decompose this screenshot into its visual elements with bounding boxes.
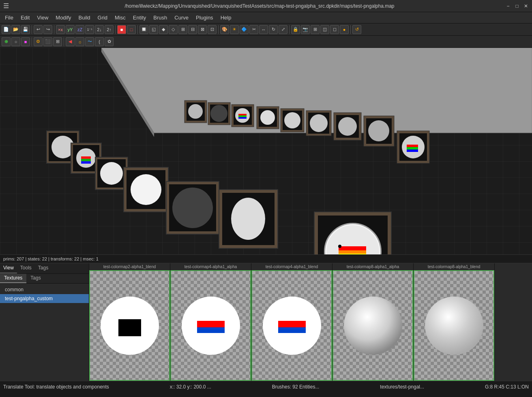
texture-area: test-colormap2-alpha1_blend test-colorma… bbox=[89, 263, 532, 381]
tab-view[interactable]: View bbox=[0, 263, 17, 273]
grid-inc-button[interactable]: 2↑ bbox=[105, 25, 114, 34]
texture-preview-1[interactable] bbox=[89, 270, 170, 381]
quad-button[interactable]: ◫ bbox=[320, 25, 329, 34]
menu-brush[interactable]: Brush bbox=[150, 13, 170, 22]
menu-curve[interactable]: Curve bbox=[171, 13, 192, 22]
texture-svg-4 bbox=[341, 293, 405, 358]
view3d-button[interactable]: ◻ bbox=[330, 25, 339, 34]
move-left-button[interactable]: ◀ bbox=[66, 37, 75, 46]
menu-misc[interactable]: Misc bbox=[112, 13, 129, 22]
texture-cell-5[interactable]: test-colormap8-alpha1_blend bbox=[414, 263, 495, 381]
light-button[interactable]: ☀ bbox=[230, 25, 239, 34]
menu-file[interactable]: File bbox=[2, 13, 17, 22]
svg-point-67 bbox=[368, 120, 389, 141]
entity-button[interactable]: 🔷 bbox=[240, 25, 249, 34]
svg-rect-73 bbox=[407, 149, 418, 152]
menu-plugins[interactable]: Plugins bbox=[193, 13, 217, 22]
select-button[interactable]: ■ bbox=[117, 25, 126, 34]
menu-build[interactable]: Build bbox=[75, 13, 94, 22]
tree-item-common[interactable]: common bbox=[0, 285, 89, 294]
texture-svg-1 bbox=[97, 293, 162, 358]
textures-button[interactable]: 🎨 bbox=[220, 25, 229, 34]
viewport-3d[interactable] bbox=[0, 48, 532, 254]
move-right-button[interactable]: ☼ bbox=[75, 37, 84, 46]
svg-rect-78 bbox=[197, 327, 225, 333]
xlock-button[interactable]: ×x bbox=[56, 25, 65, 34]
intersect-button[interactable]: ⊠ bbox=[198, 25, 207, 34]
minimize-button[interactable]: − bbox=[505, 3, 511, 9]
subtab-textures[interactable]: Textures bbox=[0, 274, 26, 283]
menu-modify[interactable]: Modify bbox=[52, 13, 74, 22]
svg-point-82 bbox=[344, 297, 402, 355]
save-button[interactable]: 💾 bbox=[21, 25, 30, 34]
patch-button[interactable]: ⚙ bbox=[34, 37, 43, 46]
rotate-button[interactable]: ↻ bbox=[269, 25, 278, 34]
texture-label-5: test-colormap8-alpha1_blend bbox=[414, 263, 494, 270]
merge-button[interactable]: ⊡ bbox=[208, 25, 217, 34]
menu-view[interactable]: View bbox=[34, 13, 51, 22]
menu-help[interactable]: Help bbox=[217, 13, 235, 22]
tab-tags[interactable]: Tags bbox=[35, 263, 51, 273]
svg-rect-51 bbox=[238, 115, 247, 117]
texture-cell-3[interactable]: test-colormap4-alpha1_blend bbox=[251, 263, 332, 381]
circle-button[interactable]: ○ bbox=[11, 37, 20, 46]
texture-preview-5[interactable] bbox=[414, 270, 494, 381]
svg-point-29 bbox=[231, 198, 265, 240]
tab-tools[interactable]: Tools bbox=[17, 263, 35, 273]
texture-cell-1[interactable]: test-colormap2-alpha1_blend bbox=[89, 263, 170, 381]
lock-button[interactable]: 🔒 bbox=[291, 25, 300, 34]
maximize-button[interactable]: □ bbox=[514, 3, 520, 9]
texture-preview-4[interactable] bbox=[332, 270, 413, 381]
refresh-button[interactable]: ↺ bbox=[352, 25, 361, 34]
svg-point-46 bbox=[212, 106, 226, 121]
grid-dec-button[interactable]: 2↓ bbox=[95, 25, 104, 34]
deselect-button[interactable]: □ bbox=[127, 25, 136, 34]
csg-button[interactable]: ⊞ bbox=[178, 25, 187, 34]
ylock-button[interactable]: yY bbox=[66, 25, 75, 34]
clone-button[interactable]: ⊞ bbox=[53, 37, 62, 46]
texture-preview-3[interactable] bbox=[251, 270, 332, 381]
sphere-button[interactable]: ● bbox=[340, 25, 349, 34]
scale2-button[interactable]: ⤢ bbox=[279, 25, 287, 34]
tree-item-custom[interactable]: test-pngalpha_custom bbox=[0, 294, 89, 303]
prim-stats: prims: 207 | states: 22 | transforms: 22… bbox=[3, 256, 99, 261]
undo-button[interactable]: ↩ bbox=[34, 25, 43, 34]
clip-button[interactable]: ✂ bbox=[249, 25, 258, 34]
transform-button[interactable]: ↔ bbox=[259, 25, 268, 34]
brush-select-button[interactable]: 🔲 bbox=[139, 25, 148, 34]
zlock-button[interactable]: zZ bbox=[75, 25, 84, 34]
grid2-button[interactable]: ⊞ bbox=[311, 25, 320, 34]
open-button[interactable]: 📂 bbox=[11, 25, 20, 34]
menu-grid[interactable]: Grid bbox=[94, 13, 111, 22]
subtab-tags[interactable]: Tags bbox=[26, 274, 45, 283]
svg-point-39 bbox=[338, 245, 341, 248]
flower-button[interactable]: ✿ bbox=[105, 37, 114, 46]
color-button[interactable]: ■ bbox=[21, 37, 30, 46]
edge-select-button[interactable]: ◇ bbox=[169, 25, 178, 34]
texture-cell-4[interactable]: test-colormap8-alpha1_alpha bbox=[332, 263, 414, 381]
texture-preview-2[interactable] bbox=[170, 270, 251, 381]
redo-button[interactable]: ↪ bbox=[43, 25, 52, 34]
scale-button[interactable]: 1⁻¹ bbox=[85, 25, 94, 34]
separator-8 bbox=[32, 37, 32, 46]
face-select-button[interactable]: ◱ bbox=[149, 25, 158, 34]
scene-svg bbox=[0, 48, 532, 254]
new-button[interactable]: 📄 bbox=[2, 25, 11, 34]
cam-button[interactable]: 📷 bbox=[301, 25, 310, 34]
sidebar: View Tools Tags Textures Tags common tes… bbox=[0, 263, 89, 381]
svg-rect-71 bbox=[407, 145, 418, 147]
snap-button[interactable]: ⊕ bbox=[2, 37, 11, 46]
svg-point-20 bbox=[100, 162, 123, 185]
texture-svg-5 bbox=[422, 293, 487, 358]
menu-edit[interactable]: Edit bbox=[17, 13, 33, 22]
arch-button[interactable]: 〜 bbox=[85, 37, 94, 46]
menu-entity[interactable]: Entity bbox=[130, 13, 150, 22]
brace-button[interactable]: { bbox=[95, 37, 104, 46]
subtract-button[interactable]: ⊟ bbox=[188, 25, 197, 34]
vert-select-button[interactable]: ◆ bbox=[159, 25, 168, 34]
select2-button[interactable]: ⬛ bbox=[43, 37, 52, 46]
close-button[interactable]: ✕ bbox=[523, 3, 529, 9]
menu-icon[interactable]: ☰ bbox=[3, 2, 9, 10]
svg-rect-80 bbox=[278, 321, 306, 327]
texture-cell-2[interactable]: test-colormap4-alpha1_alpha bbox=[170, 263, 251, 381]
